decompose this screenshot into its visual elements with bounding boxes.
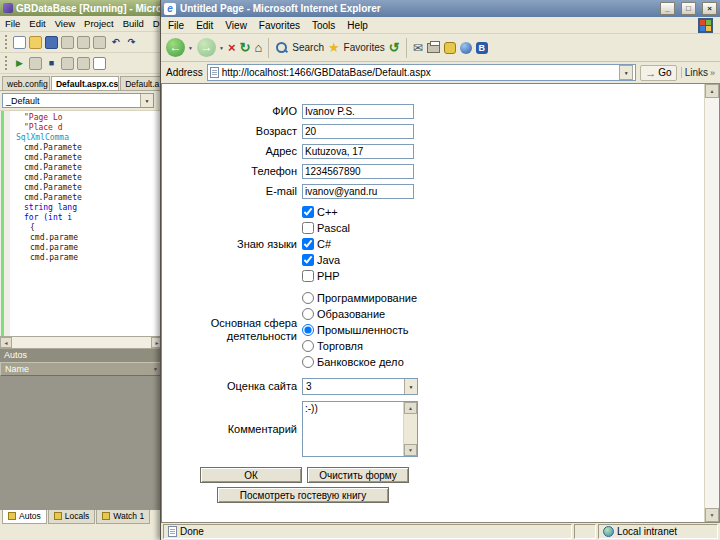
go-button[interactable]: → Go <box>640 65 676 81</box>
open-file-icon[interactable] <box>29 36 42 49</box>
age-input[interactable] <box>302 124 414 139</box>
tab-webconfig[interactable]: web.config <box>2 76 50 90</box>
scroll-down-icon[interactable]: ▼ <box>705 508 719 522</box>
sphere-option-industry[interactable]: Промышленность <box>302 322 417 338</box>
stop-icon[interactable]: × <box>228 40 236 55</box>
redo-icon[interactable]: ↷ <box>125 36 138 49</box>
back-icon[interactable]: ← <box>166 38 185 57</box>
language-option-csharp[interactable]: C# <box>302 236 350 252</box>
comment-textarea[interactable]: :-)) ▲ ▼ <box>302 401 418 457</box>
phone-input[interactable] <box>302 164 414 179</box>
vs-menu-edit[interactable]: Edit <box>29 18 45 29</box>
maximize-button[interactable]: □ <box>681 2 696 15</box>
sphere-option-trade[interactable]: Торговля <box>302 338 417 354</box>
links-bar[interactable]: Links » <box>681 67 715 78</box>
search-icon[interactable] <box>275 41 288 54</box>
forward-dropdown-icon[interactable]: ▼ <box>219 45 224 51</box>
comment-text[interactable]: :-)) <box>303 402 403 456</box>
page-vertical-scrollbar[interactable]: ▲ ▼ <box>704 84 719 522</box>
vs-title-bar[interactable]: GBDataBase [Running] - Microsoft Vi <box>0 0 163 16</box>
ie-menu-view[interactable]: View <box>225 20 247 31</box>
favorites-icon[interactable]: ★ <box>328 40 340 55</box>
tab-default-aspx-cs[interactable]: Default.aspx.cs <box>51 76 119 90</box>
vs-menu-build[interactable]: Build <box>123 18 144 29</box>
rating-select[interactable]: 3 ▼ <box>302 378 418 395</box>
minimize-button[interactable]: _ <box>660 2 675 15</box>
programming-radio[interactable] <box>302 292 314 304</box>
editor-horizontal-scrollbar[interactable]: ◄ ► <box>0 337 163 349</box>
clear-form-button[interactable]: Очистить форму <box>307 467 409 483</box>
vs-menu-project[interactable]: Project <box>84 18 114 29</box>
pause-icon[interactable] <box>29 57 42 70</box>
language-option-php[interactable]: PHP <box>302 268 350 284</box>
save-icon[interactable] <box>45 36 58 49</box>
back-dropdown-icon[interactable]: ▼ <box>188 45 193 51</box>
ie-title-bar[interactable]: e Untitled Page - Microsoft Internet Exp… <box>161 0 720 17</box>
refresh-icon[interactable]: ↻ <box>240 40 251 55</box>
home-icon[interactable]: ⌂ <box>254 40 262 55</box>
language-option-cpp[interactable]: C++ <box>302 204 350 220</box>
step-over-icon[interactable] <box>61 57 74 70</box>
ie-menu-help[interactable]: Help <box>347 20 368 31</box>
address-dropdown-icon[interactable]: ▼ <box>619 65 633 80</box>
industry-radio[interactable] <box>302 324 314 336</box>
vs-menu-file[interactable]: File <box>5 18 20 29</box>
paste-icon[interactable] <box>93 36 106 49</box>
ok-button[interactable]: ОК <box>200 467 302 483</box>
step-into-icon[interactable] <box>77 57 90 70</box>
edit-icon[interactable] <box>444 42 456 54</box>
address-input[interactable] <box>222 67 617 78</box>
code-editor[interactable]: "Page Lo "Place d SqlXmlComma cmd.Parame… <box>0 111 163 337</box>
pascal-checkbox[interactable] <box>302 222 314 234</box>
search-label[interactable]: Search <box>292 42 324 53</box>
fio-input[interactable] <box>302 104 414 119</box>
java-checkbox[interactable] <box>302 254 314 266</box>
ie-menu-favorites[interactable]: Favorites <box>259 20 300 31</box>
language-option-pascal[interactable]: Pascal <box>302 220 350 236</box>
sphere-option-education[interactable]: Образование <box>302 306 417 322</box>
cpp-checkbox[interactable] <box>302 206 314 218</box>
mail-icon[interactable]: ✉ <box>413 41 423 55</box>
rating-dropdown-icon[interactable]: ▼ <box>404 379 417 394</box>
forward-icon[interactable]: → <box>197 38 216 57</box>
education-radio[interactable] <box>302 308 314 320</box>
csharp-checkbox[interactable] <box>302 238 314 250</box>
object-dropdown[interactable]: _Default ▼ <box>2 93 154 108</box>
visual-studio-window[interactable]: GBDataBase [Running] - Microsoft Vi File… <box>0 0 163 540</box>
cut-icon[interactable] <box>61 36 74 49</box>
copy-icon[interactable] <box>77 36 90 49</box>
chevron-down-icon[interactable]: ▼ <box>140 94 153 107</box>
sphere-option-banking[interactable]: Банковское дело <box>302 354 417 370</box>
close-button[interactable]: × <box>702 2 717 15</box>
history-icon[interactable]: ↺ <box>389 40 400 55</box>
scroll-up-icon[interactable]: ▲ <box>404 402 417 414</box>
favorites-label[interactable]: Favorites <box>344 42 385 53</box>
autos-column-header[interactable]: Name ▼ <box>0 362 163 376</box>
print-icon[interactable] <box>427 43 440 53</box>
scroll-left-icon[interactable]: ◄ <box>0 337 12 348</box>
address-input-field[interactable] <box>302 144 414 159</box>
messenger-icon[interactable] <box>460 42 472 54</box>
bluetooth-icon[interactable]: B <box>476 42 488 54</box>
banking-radio[interactable] <box>302 356 314 368</box>
tab-default-aspx[interactable]: Default.a <box>120 76 162 90</box>
new-file-icon[interactable] <box>13 36 26 49</box>
continue-debug-icon[interactable]: ▶ <box>13 57 26 70</box>
language-option-java[interactable]: Java <box>302 252 350 268</box>
email-input[interactable] <box>302 184 414 199</box>
scroll-up-icon[interactable]: ▲ <box>705 84 719 98</box>
step-out-icon[interactable] <box>93 57 106 70</box>
autos-panel-caption[interactable]: Autos <box>0 349 163 362</box>
ie-menu-edit[interactable]: Edit <box>196 20 213 31</box>
tab-autos[interactable]: Autos <box>2 510 47 524</box>
view-guestbook-button[interactable]: Посмотреть гостевую книгу <box>217 487 389 503</box>
ie-menu-file[interactable]: File <box>168 20 184 31</box>
trade-radio[interactable] <box>302 340 314 352</box>
sphere-option-programming[interactable]: Программирование <box>302 290 417 306</box>
stop-debug-icon[interactable]: ■ <box>45 57 58 70</box>
tab-watch[interactable]: Watch 1 <box>96 510 150 524</box>
scroll-down-icon[interactable]: ▼ <box>404 444 417 456</box>
vs-menu-view[interactable]: View <box>55 18 75 29</box>
tab-locals[interactable]: Locals <box>48 510 96 524</box>
ie-menu-tools[interactable]: Tools <box>312 20 335 31</box>
